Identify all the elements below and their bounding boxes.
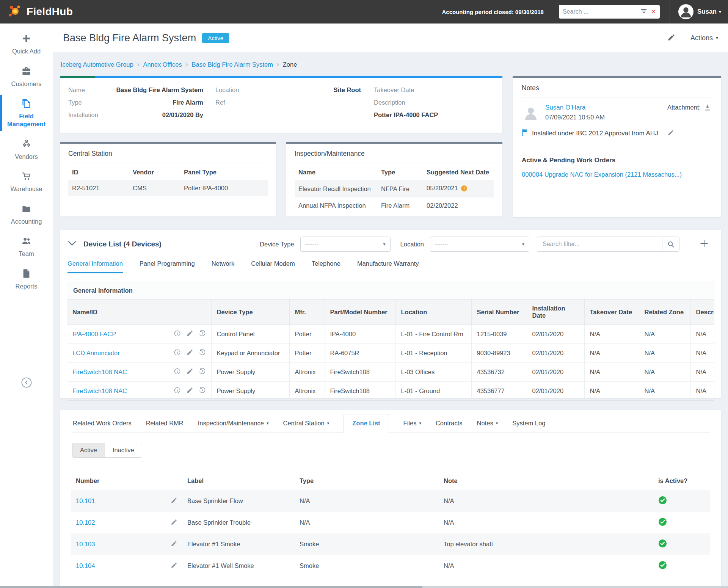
central-station-table: ID Vendor Panel Type R2-51021 CMS xyxy=(68,164,268,196)
edit-pencil-icon[interactable] xyxy=(186,349,193,358)
edit-pencil-icon[interactable] xyxy=(186,330,193,339)
cart-icon xyxy=(21,176,31,182)
history-icon[interactable] xyxy=(199,349,206,358)
sidebar-item-team[interactable]: Team xyxy=(0,236,53,258)
tab-telephone[interactable]: Telephone xyxy=(312,260,340,273)
device-link[interactable]: FireSwitch108 NAC xyxy=(72,368,127,376)
device-search-input[interactable] xyxy=(537,237,662,252)
sidebar-item-warehouse[interactable]: Warehouse xyxy=(0,171,53,193)
user-avatar[interactable] xyxy=(678,4,693,19)
note-item: Susan O'Hara 07/09/2021 10:50 AM Attachm… xyxy=(522,104,711,124)
sidebar-item-accounting[interactable]: Accounting xyxy=(0,204,53,226)
history-icon[interactable] xyxy=(199,387,206,395)
edit-zone-pencil-icon[interactable] xyxy=(171,498,177,505)
page-title: Base Bldg Fire Alarm System xyxy=(63,32,196,44)
device-link[interactable]: IPA-4000 FACP xyxy=(72,331,116,338)
tab-system-log[interactable]: System Log xyxy=(512,414,545,433)
info-icon[interactable] xyxy=(174,387,181,395)
zone-number-link[interactable]: 10.103 xyxy=(76,541,95,547)
search-clear-icon[interactable]: ✕ xyxy=(651,8,656,15)
tab-zone-list[interactable]: Zone List xyxy=(344,414,389,433)
tab-inspection-maintenance[interactable]: Inspection/Maintenance▾ xyxy=(198,414,269,433)
sidebar-item-reports[interactable]: Reports xyxy=(0,268,53,290)
history-icon[interactable] xyxy=(199,330,206,339)
download-icon[interactable] xyxy=(704,104,711,113)
location-select[interactable]: ------- ▾ xyxy=(430,237,529,252)
tab-cellular-modem[interactable]: Cellular Modem xyxy=(251,260,295,273)
sidebar-item-vendors[interactable]: Vendors xyxy=(0,139,53,161)
edit-page-pencil-icon[interactable] xyxy=(667,33,675,43)
sidebar-item-customers[interactable]: Customers xyxy=(0,66,53,88)
device-search-button[interactable] xyxy=(662,237,679,252)
device-type-select[interactable]: ------- ▾ xyxy=(300,237,391,252)
breadcrumb-link-system[interactable]: Base Bldg Fire Alarm System xyxy=(191,61,273,68)
tab-related-rmr[interactable]: Related RMR xyxy=(146,414,184,433)
tab-general-information[interactable]: General Information xyxy=(67,260,123,273)
toggle-active-button[interactable]: Active xyxy=(72,443,105,457)
tab-network[interactable]: Network xyxy=(212,260,235,273)
column-header: Location xyxy=(395,299,471,325)
device-type-filter-label: Device Type xyxy=(260,241,294,248)
tab-contracts[interactable]: Contracts xyxy=(436,414,463,433)
column-header: Panel Type xyxy=(180,164,268,180)
edit-zone-pencil-icon[interactable] xyxy=(171,563,177,570)
search-filter-icon[interactable] xyxy=(640,8,647,16)
actions-button[interactable]: Actions ▾ xyxy=(690,34,718,42)
active-check-icon xyxy=(658,521,667,527)
tab-related-work-orders[interactable]: Related Work Orders xyxy=(73,414,132,433)
info-icon[interactable] xyxy=(174,349,181,358)
top-bar: FieldHub Accounting period closed: 09/30… xyxy=(0,0,728,24)
zone-number-link[interactable]: 10.102 xyxy=(76,519,95,526)
edit-pencil-icon[interactable] xyxy=(186,368,193,376)
user-name[interactable]: Susan xyxy=(697,8,717,16)
brand-logo[interactable]: FieldHub xyxy=(7,3,73,21)
edit-pencil-icon[interactable] xyxy=(186,387,193,395)
table-row[interactable]: Elevator Recall Inspection NFPA Fire 05/… xyxy=(295,180,494,198)
tab-files[interactable]: Files▾ xyxy=(403,414,421,433)
edit-note-pencil-icon[interactable] xyxy=(667,129,674,138)
table-row[interactable]: Annual NFPA Inspection Fire Alarm 02/20/… xyxy=(295,198,494,214)
sidebar-item-field-management[interactable]: Field Management xyxy=(0,98,53,128)
column-header: Description xyxy=(690,299,714,325)
plus-icon xyxy=(21,38,31,45)
tab-manufacture-warranty[interactable]: Manufacture Warranty xyxy=(357,260,419,273)
zone-number-link[interactable]: 10.104 xyxy=(76,562,95,569)
caret-down-icon: ▾ xyxy=(267,421,269,426)
active-check-icon xyxy=(658,542,667,549)
column-header: Label xyxy=(183,473,295,490)
toggle-inactive-button[interactable]: Inactive xyxy=(105,443,142,457)
brand-name: FieldHub xyxy=(27,6,73,18)
global-search-input[interactable] xyxy=(563,8,640,15)
device-link[interactable]: FireSwitch108 NAC xyxy=(72,387,127,395)
field-value-type: Fire Alarm xyxy=(173,99,203,106)
info-icon[interactable] xyxy=(174,368,181,376)
edit-zone-pencil-icon[interactable] xyxy=(171,541,177,548)
note-author-link[interactable]: Susan O'Hara xyxy=(545,104,585,111)
briefcase-icon xyxy=(21,71,31,77)
sidebar-item-quick-add[interactable]: Quick Add xyxy=(0,33,53,55)
field-value-installation: 02/01/2020 By xyxy=(162,111,203,119)
sidebar-collapse-button[interactable] xyxy=(21,377,32,390)
tab-central-station[interactable]: Central Station▾ xyxy=(283,414,329,433)
device-link[interactable]: LCD Annunciator xyxy=(72,350,120,357)
cubes-icon xyxy=(21,144,31,150)
horizontal-scrollbar[interactable] xyxy=(0,586,728,588)
collapse-chevron-down-icon[interactable] xyxy=(67,238,77,250)
info-icon[interactable] xyxy=(174,330,181,339)
column-header: Name/ID xyxy=(67,299,211,325)
tab-notes[interactable]: Notes▾ xyxy=(477,414,498,433)
breadcrumb-link-customer[interactable]: Iceberg Automotive Group xyxy=(61,61,133,68)
add-device-plus-icon[interactable] xyxy=(699,238,709,250)
table-row[interactable]: R2-51021 CMS Potter IPA-4000 xyxy=(68,180,268,196)
scrollbar-thumb[interactable] xyxy=(0,586,422,588)
zone-number-link[interactable]: 10.101 xyxy=(76,497,95,504)
work-order-link[interactable]: 000004 Upgrade NAC for Expansion (2121 M… xyxy=(522,171,711,178)
tab-panel-programming[interactable]: Panel Programming xyxy=(140,260,195,273)
edit-zone-pencil-icon[interactable] xyxy=(171,520,177,527)
field-value-location: Site Root xyxy=(334,86,361,94)
history-icon[interactable] xyxy=(199,368,206,376)
breadcrumb-link-site[interactable]: Annex Offices xyxy=(143,61,182,68)
caret-down-icon: ▾ xyxy=(327,421,329,426)
user-menu-caret-icon[interactable]: ▾ xyxy=(719,9,721,14)
field-label-takeover-date: Takeover Date xyxy=(374,86,414,94)
